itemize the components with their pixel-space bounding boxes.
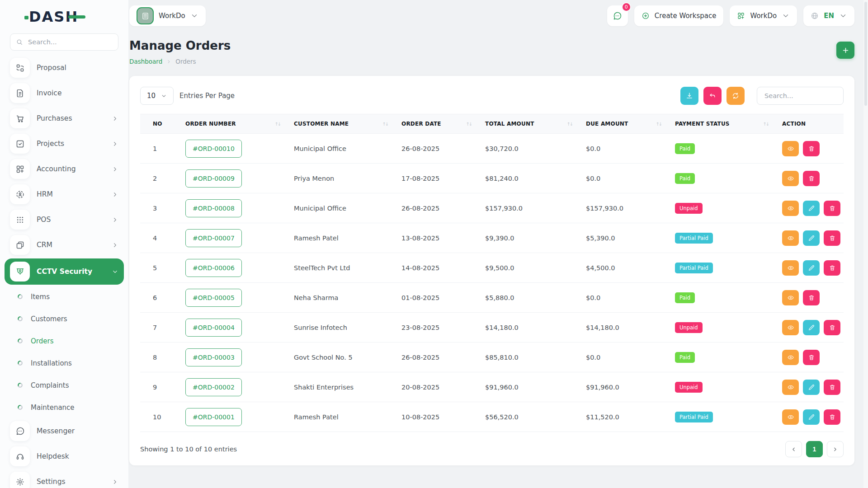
sidebar-item-proposal[interactable]: Proposal <box>10 55 118 80</box>
sort-icon[interactable]: ↑↓ <box>382 122 388 127</box>
scrollbar-thumb[interactable] <box>864 2 867 106</box>
sidebar-item-projects[interactable]: Projects <box>10 131 118 156</box>
sidebar-subitem-items[interactable]: Items <box>10 286 118 308</box>
sidebar-item-pos[interactable]: POS <box>10 207 118 232</box>
sidebar-subitem-complaints[interactable]: Complaints <box>10 374 118 396</box>
delete-button[interactable] <box>803 290 820 305</box>
plus-icon <box>842 47 849 54</box>
view-button[interactable] <box>782 380 799 395</box>
sort-icon[interactable]: ↑↓ <box>656 122 661 127</box>
sidebar-item-crm[interactable]: CRM <box>10 232 118 258</box>
scrollbar[interactable] <box>863 0 868 488</box>
order-number-button[interactable]: #ORD-00002 <box>185 378 242 396</box>
sidebar-item-accounting[interactable]: Accounting <box>10 156 118 182</box>
view-button[interactable] <box>782 350 799 365</box>
delete-button[interactable] <box>803 171 820 186</box>
sidebar-search-input[interactable] <box>27 38 113 46</box>
pencil-icon <box>808 413 815 421</box>
previous-page-button[interactable] <box>785 441 802 457</box>
page-1-button[interactable]: 1 <box>806 441 823 457</box>
customer-name: Municipal Office <box>294 205 401 212</box>
order-number-button[interactable]: #ORD-00004 <box>185 319 242 337</box>
column-header-payment-status[interactable]: PAYMENT STATUS↑↓ <box>675 121 782 127</box>
sidebar-item-settings[interactable]: Settings <box>10 469 118 488</box>
table-header-row: NOORDER NUMBER↑↓CUSTOMER NAME↑↓ORDER DAT… <box>140 114 844 134</box>
view-button[interactable] <box>782 171 799 186</box>
order-date: 23-08-2025 <box>401 324 485 331</box>
view-button[interactable] <box>782 260 799 276</box>
edit-button[interactable] <box>803 409 820 425</box>
sidebar-item-cctv-security[interactable]: CCTV Security <box>5 258 124 285</box>
edit-button[interactable] <box>803 320 820 335</box>
sidebar-subitem-maintenance[interactable]: Maintenance <box>10 396 118 418</box>
status-badge: Unpaid <box>675 322 703 333</box>
sidebar-subitem-installations[interactable]: Installations <box>10 352 118 374</box>
order-number-button[interactable]: #ORD-00007 <box>185 229 242 247</box>
delete-button[interactable] <box>824 409 840 425</box>
trash-icon <box>829 264 836 272</box>
sidebar-subitem-customers[interactable]: Customers <box>10 308 118 330</box>
create-workspace-button[interactable]: Create Workspace <box>634 5 724 26</box>
sort-icon[interactable]: ↑↓ <box>274 122 280 127</box>
delete-button[interactable] <box>824 380 840 395</box>
main-area: WorkDo 0 Create Workspace <box>128 0 868 488</box>
export-button[interactable] <box>680 87 698 105</box>
delete-button[interactable] <box>824 230 840 246</box>
entries-select[interactable]: 10 <box>140 87 174 105</box>
delete-button[interactable] <box>803 141 820 156</box>
edit-button[interactable] <box>803 201 820 216</box>
table-search-input[interactable] <box>764 92 837 100</box>
view-button[interactable] <box>782 320 799 335</box>
table-search[interactable] <box>757 87 844 105</box>
sort-icon[interactable]: ↑↓ <box>466 122 472 127</box>
delete-button[interactable] <box>824 260 840 276</box>
order-number-button[interactable]: #ORD-00009 <box>185 169 242 188</box>
table-body: 1#ORD-00010Municipal Office26-08-2025$30… <box>140 134 844 432</box>
column-header-customer-name[interactable]: CUSTOMER NAME↑↓ <box>294 121 401 127</box>
column-header-order-date[interactable]: ORDER DATE↑↓ <box>401 121 485 127</box>
order-number-button[interactable]: #ORD-00003 <box>185 348 242 366</box>
view-button[interactable] <box>782 201 799 216</box>
download-icon <box>685 92 693 100</box>
sidebar-item-helpdesk[interactable]: Helpdesk <box>10 444 118 469</box>
order-number-button[interactable]: #ORD-00001 <box>185 408 242 426</box>
delete-button[interactable] <box>824 320 840 335</box>
sidebar-item-hrm[interactable]: HRM <box>10 182 118 207</box>
sidebar-subitem-orders[interactable]: Orders <box>10 330 118 352</box>
delete-button[interactable] <box>824 201 840 216</box>
sidebar-search[interactable] <box>10 33 118 51</box>
view-button[interactable] <box>782 141 799 156</box>
view-button[interactable] <box>782 230 799 246</box>
customer-name: Municipal Office <box>294 145 401 152</box>
reset-button[interactable] <box>703 87 722 105</box>
order-number-button[interactable]: #ORD-00008 <box>185 199 242 217</box>
edit-button[interactable] <box>803 230 820 246</box>
bullet-icon <box>17 338 23 344</box>
column-header-order-number[interactable]: ORDER NUMBER↑↓ <box>185 121 294 127</box>
breadcrumb-dashboard-link[interactable]: Dashboard <box>129 58 162 65</box>
user-menu[interactable]: WorkDo <box>730 5 797 26</box>
next-page-button[interactable] <box>827 441 844 457</box>
refresh-button[interactable] <box>726 87 745 105</box>
view-button[interactable] <box>782 290 799 305</box>
language-selector[interactable]: EN <box>803 5 854 26</box>
workspace-selector[interactable]: WorkDo <box>129 5 206 26</box>
order-number-button[interactable]: #ORD-00006 <box>185 259 242 277</box>
edit-button[interactable] <box>803 260 820 276</box>
order-number-button[interactable]: #ORD-00010 <box>185 140 242 158</box>
add-order-button[interactable] <box>836 42 854 59</box>
delete-button[interactable] <box>803 350 820 365</box>
messages-button[interactable]: 0 <box>607 5 628 26</box>
sort-icon[interactable]: ↑↓ <box>566 122 572 127</box>
column-header-total-amount[interactable]: TOTAL AMOUNT↑↓ <box>485 121 586 127</box>
column-header-due-amount[interactable]: DUE AMOUNT↑↓ <box>586 121 675 127</box>
edit-button[interactable] <box>803 380 820 395</box>
view-button[interactable] <box>782 409 799 425</box>
sidebar-item-purchases[interactable]: Purchases <box>10 106 118 131</box>
cctv-icon <box>10 262 30 282</box>
trash-icon <box>829 413 836 421</box>
sort-icon[interactable]: ↑↓ <box>763 122 769 127</box>
sidebar-item-messenger[interactable]: Messenger <box>10 418 118 444</box>
order-number-button[interactable]: #ORD-00005 <box>185 289 242 307</box>
sidebar-item-invoice[interactable]: Invoice <box>10 80 118 106</box>
